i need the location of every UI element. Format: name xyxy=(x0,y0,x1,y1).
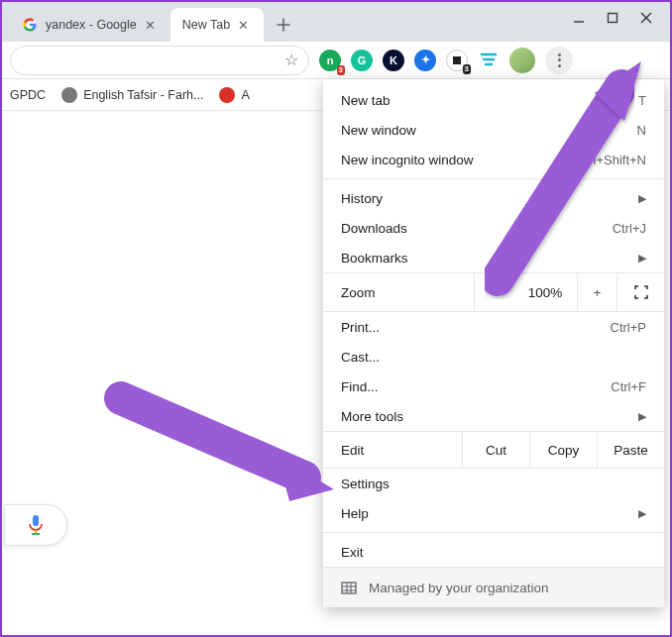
menu-help[interactable]: Help ▶ xyxy=(323,498,664,528)
menu-label: Downloads xyxy=(341,221,407,236)
cut-button[interactable]: Cut xyxy=(462,432,529,468)
menu-bookmarks[interactable]: Bookmarks ▶ xyxy=(323,243,664,272)
omnibox[interactable]: ☆ xyxy=(10,46,309,75)
microphone-icon xyxy=(27,514,45,536)
extension-icon-6[interactable] xyxy=(478,50,500,71)
bookmark-label: A xyxy=(241,88,249,102)
menu-label: New tab xyxy=(341,93,391,108)
toolbar: ☆ n3 G K ✦ 3 xyxy=(2,42,670,79)
extension-icon-4[interactable]: ✦ xyxy=(414,50,436,71)
menu-label: Cast... xyxy=(341,350,380,365)
managed-label: Managed by your organization xyxy=(369,581,549,595)
organization-icon xyxy=(341,580,357,595)
svg-rect-3 xyxy=(453,56,461,64)
new-tab-button[interactable] xyxy=(270,11,297,39)
google-favicon xyxy=(22,17,38,33)
close-tab-icon[interactable]: ✕ xyxy=(145,18,159,33)
bookmark-a[interactable]: A xyxy=(219,87,249,103)
bookmark-gpdc[interactable]: GPDC xyxy=(10,88,46,102)
menu-downloads[interactable]: Downloads Ctrl+J xyxy=(323,213,664,243)
menu-label: Exit xyxy=(341,545,364,560)
chevron-right-icon: ▶ xyxy=(638,252,646,265)
badge: 3 xyxy=(463,64,471,74)
menu-find[interactable]: Find... Ctrl+F xyxy=(323,372,664,401)
bookmark-tafsir[interactable]: English Tafsir - Farh... xyxy=(61,87,203,103)
shortcut: Ctrl+F xyxy=(611,379,646,394)
bookmark-label: GPDC xyxy=(10,88,46,102)
menu-edit: Edit Cut Copy Paste xyxy=(323,431,664,469)
close-tab-icon[interactable]: ✕ xyxy=(238,18,252,33)
menu-print[interactable]: Print... Ctrl+P xyxy=(323,312,664,342)
shortcut: Ctrl+Shift+N xyxy=(576,153,646,167)
zoom-in-button[interactable]: + xyxy=(577,273,616,311)
badge: 3 xyxy=(337,65,345,75)
tab-newtab[interactable]: New Tab ✕ xyxy=(170,8,264,42)
vertical-dots-icon xyxy=(558,53,561,67)
copy-button[interactable]: Copy xyxy=(529,432,597,468)
zoom-level: 100% xyxy=(513,273,577,311)
minimize-button[interactable] xyxy=(573,11,585,27)
fullscreen-button[interactable] xyxy=(616,273,664,311)
paste-button[interactable]: Paste xyxy=(597,432,664,468)
tab-title: New Tab xyxy=(182,18,230,32)
close-window-button[interactable] xyxy=(640,11,652,27)
managed-banner[interactable]: Managed by your organization xyxy=(323,567,664,607)
svg-rect-7 xyxy=(342,583,356,593)
chevron-right-icon: ▶ xyxy=(638,192,646,205)
tab-strip: yandex - Google ✕ New Tab ✕ xyxy=(2,2,670,42)
shortcut: Ctrl+P xyxy=(611,320,646,335)
menu-cast[interactable]: Cast... xyxy=(323,342,664,372)
tab-title: yandex - Google xyxy=(46,18,137,32)
maximize-button[interactable] xyxy=(607,11,618,27)
menu-label: New incognito window xyxy=(341,153,474,167)
menu-label: More tools xyxy=(341,409,403,424)
extensions-area: n3 G K ✦ 3 xyxy=(319,47,573,74)
menu-label: Bookmarks xyxy=(341,251,408,265)
bookmark-star-icon[interactable]: ☆ xyxy=(284,51,298,69)
chevron-right-icon: ▶ xyxy=(638,507,646,520)
svg-rect-2 xyxy=(609,14,617,23)
fullscreen-icon xyxy=(634,285,648,299)
menu-exit[interactable]: Exit xyxy=(323,537,664,567)
menu-label: Edit xyxy=(323,443,462,458)
tab-yandex[interactable]: yandex - Google ✕ xyxy=(10,8,170,42)
extension-icon-3[interactable]: K xyxy=(383,50,404,71)
extension-icon-1[interactable]: n3 xyxy=(319,50,341,71)
bookmark-favicon xyxy=(219,87,235,103)
globe-icon xyxy=(61,87,77,103)
menu-label: Settings xyxy=(341,477,390,491)
voice-search-button[interactable] xyxy=(4,504,67,546)
menu-separator xyxy=(323,532,664,533)
menu-new-window[interactable]: New window N xyxy=(323,115,664,145)
menu-label: History xyxy=(341,191,383,206)
window-controls xyxy=(561,2,664,36)
address-input[interactable] xyxy=(21,53,284,68)
svg-rect-4 xyxy=(33,515,39,526)
extension-icon-2[interactable]: G xyxy=(351,50,373,71)
profile-avatar[interactable] xyxy=(509,48,535,73)
menu-incognito[interactable]: New incognito window Ctrl+Shift+N xyxy=(323,145,664,174)
menu-zoom: Zoom − 100% + xyxy=(323,272,664,312)
menu-history[interactable]: History ▶ xyxy=(323,183,664,213)
bookmark-label: English Tafsir - Farh... xyxy=(83,88,203,102)
menu-label: Zoom xyxy=(341,285,474,300)
chrome-menu: New tab T New window N New incognito win… xyxy=(323,79,664,607)
zoom-out-button[interactable]: − xyxy=(474,273,513,311)
chevron-right-icon: ▶ xyxy=(638,410,646,423)
menu-label: Help xyxy=(341,506,369,521)
menu-settings[interactable]: Settings xyxy=(323,469,664,498)
menu-new-tab[interactable]: New tab T xyxy=(323,85,664,115)
shortcut: T xyxy=(638,93,646,108)
extension-icon-5[interactable]: 3 xyxy=(446,50,468,71)
shortcut: N xyxy=(637,123,646,138)
menu-label: Print... xyxy=(341,320,380,335)
shortcut: Ctrl+J xyxy=(613,221,646,236)
menu-separator xyxy=(323,178,664,179)
menu-label: New window xyxy=(341,123,416,138)
menu-label: Find... xyxy=(341,379,379,394)
chrome-menu-button[interactable] xyxy=(545,47,573,74)
menu-more-tools[interactable]: More tools ▶ xyxy=(323,401,664,431)
